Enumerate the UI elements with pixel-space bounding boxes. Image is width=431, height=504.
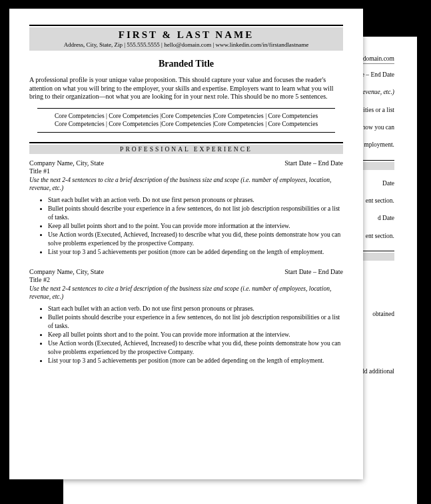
resume-page-1: FIRST & LAST NAME Address, City, State, … [9,9,363,479]
section-heading-experience: PROFESSIONAL EXPERIENCE [29,145,343,154]
job-dates: Start Date – End Date [284,159,343,167]
competencies-line: Core Competencies | Core Competencies |C… [37,112,335,121]
job-bullets: Start each bullet with an action verb. D… [29,196,343,256]
candidate-contact-line: Address, City, State, Zip | 555.555.5555… [32,41,340,48]
job-title: Title #2 [29,276,343,283]
job-scope: Use the next 2-4 sentences to cite a bri… [29,285,343,301]
header-top-rule [29,25,343,26]
competencies-line: Core Competencies | Core Competencies |C… [37,120,335,129]
job-bullet: Start each bullet with an action verb. D… [48,196,343,204]
job-company: Company Name, City, State [29,159,104,167]
job-bullets: Start each bullet with an action verb. D… [29,305,343,365]
candidate-name: FIRST & LAST NAME [32,29,340,41]
job-bullet: List your top 3 and 5 achievements per p… [48,248,343,256]
job-bullet: List your top 3 and 5 achievements per p… [48,357,343,365]
professional-profile: A professional profile is your unique va… [29,76,343,101]
job-scope: Use the next 2-4 sentences to cite a bri… [29,177,343,192]
job-bullet: Bullet points should describe your exper… [48,313,343,330]
branded-title: Branded Title [29,59,343,69]
job-company: Company Name, City, State [29,268,104,275]
job-bullet: Use Action words (Executed, Achieved, In… [48,339,343,356]
job-bullet: Keep all bullet points short and to the … [48,222,343,230]
section-rule [29,142,343,143]
job-bullet: Start each bullet with an action verb. D… [48,305,343,313]
job-bullet: Bullet points should describe your exper… [48,205,343,221]
job-entry: Company Name, City, State Start Date – E… [29,268,343,365]
job-bullet: Use Action words (Executed, Achieved, In… [48,231,343,247]
job-entry: Company Name, City, State Start Date – E… [29,159,343,256]
header-name-bar: FIRST & LAST NAME Address, City, State, … [29,27,343,51]
job-bullet: Keep all bullet points short and to the … [48,331,343,339]
core-competencies-block: Core Competencies | Core Competencies |C… [37,108,335,133]
job-dates: Start Date – End Date [284,268,343,275]
job-title: Title #1 [29,167,343,175]
